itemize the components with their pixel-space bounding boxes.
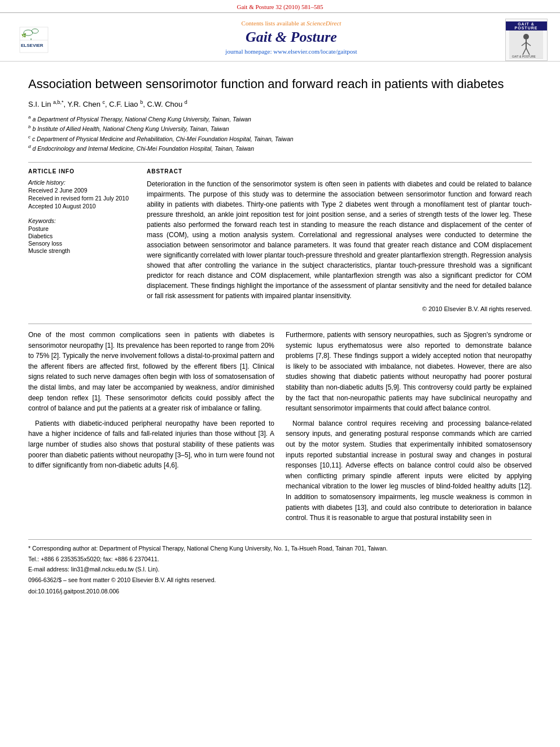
journal-header: 🌿 ELSEVIER Contents lists available at S… — [0, 13, 560, 62]
footnote-email: E-mail address: lin31@mail.ncku.edu.tw (… — [28, 565, 532, 574]
body-left-column: One of the most common complications see… — [28, 330, 274, 528]
sciencedirect-link-text[interactable]: ScienceDirect — [307, 20, 341, 27]
body-columns: One of the most common complications see… — [28, 330, 532, 528]
affiliation-d: d d Endocrinology and Internal Medicine,… — [28, 143, 532, 153]
journal-title-area: Contents lists available at ScienceDirec… — [85, 19, 498, 61]
page: Gait & Posture 32 (2010) 581–585 🌿 ELSEV… — [0, 0, 560, 747]
footnote-issn: 0966-6362/$ – see front matter © 2010 El… — [28, 576, 532, 585]
contents-available-text: Contents lists available at — [242, 20, 305, 27]
citation-bar: Gait & Posture 32 (2010) 581–585 — [0, 0, 560, 13]
gait-logo-top-bar: GAIT & POSTURE — [506, 21, 547, 30]
abstract-section: ABSTRACT Deterioration in the function o… — [147, 168, 532, 312]
svg-text:GAIT & POSTURE: GAIT & POSTURE — [512, 55, 536, 58]
section-divider-1 — [28, 162, 532, 163]
keyword-sensory-loss: Sensory loss — [28, 240, 135, 247]
article-title: Association between sensorimotor functio… — [28, 76, 532, 93]
main-content: Association between sensorimotor functio… — [0, 65, 560, 608]
svg-text:ELSEVIER: ELSEVIER — [21, 43, 43, 48]
abstract-body-text: Deterioration in the function of the sen… — [147, 180, 532, 300]
gait-posture-logo: GAIT & POSTURE GAIT & POSTURE — [506, 21, 547, 59]
accepted-date: Accepted 10 August 2010 — [28, 203, 135, 209]
citation-text: Gait & Posture 32 (2010) 581–585 — [237, 3, 323, 10]
homepage-label: journal homepage: — [225, 48, 272, 55]
svg-point-8 — [523, 34, 529, 40]
affiliation-c: c c Department of Physical Medicine and … — [28, 134, 532, 143]
abstract-title: ABSTRACT — [147, 168, 532, 174]
keywords-label: Keywords: — [28, 217, 135, 224]
body-right-column: Furthermore, patients with sensory neuro… — [286, 330, 532, 528]
received-revised-date: Received in revised form 21 July 2010 — [28, 195, 135, 202]
body-right-para-2: Normal balance control requires receivin… — [286, 418, 532, 523]
homepage-url[interactable]: www.elsevier.com/locate/gaitpost — [273, 48, 357, 55]
abstract-text: Deterioration in the function of the sen… — [147, 179, 532, 301]
elsevier-logo-container: 🌿 ELSEVIER — [11, 19, 85, 61]
keyword-posture: Posture — [28, 225, 135, 232]
body-right-para-1: Furthermore, patients with sensory neuro… — [286, 330, 532, 414]
article-info-title: ARTICLE INFO — [28, 168, 135, 174]
keyword-diabetics: Diabetics — [28, 233, 135, 239]
copyright-line: © 2010 Elsevier B.V. All rights reserved… — [147, 305, 532, 312]
doi-line: doi:10.1016/j.gaitpost.2010.08.006 — [28, 587, 532, 596]
sciencedirect-line: Contents lists available at ScienceDirec… — [242, 20, 342, 27]
gait-logo-image: GAIT & POSTURE — [509, 30, 543, 59]
article-info-panel: ARTICLE INFO Article history: Received 2… — [28, 168, 135, 312]
section-divider-2 — [28, 324, 532, 324]
affiliation-b: b b Institute of Allied Health, National… — [28, 124, 532, 133]
keyword-muscle-strength: Muscle strength — [28, 247, 135, 254]
affiliations: a a Department of Physical Therapy, Nati… — [28, 114, 532, 153]
journal-logo-container: GAIT & POSTURE GAIT & POSTURE — [498, 19, 549, 61]
keywords-section: Keywords: Posture Diabetics Sensory loss… — [28, 217, 135, 254]
footnote-tel: Tel.: +886 6 2353535x5020; fax: +886 6 2… — [28, 555, 532, 564]
elsevier-logo-svg: 🌿 ELSEVIER — [17, 24, 73, 55]
body-left-para-1: One of the most common complications see… — [28, 330, 274, 414]
article-info-abstract-section: ARTICLE INFO Article history: Received 2… — [28, 168, 532, 312]
journal-name: Gait & Posture — [246, 29, 337, 46]
footnote-area: * Corresponding author at: Department of… — [28, 539, 532, 596]
received-date: Received 2 June 2009 — [28, 187, 135, 194]
body-left-para-2: Patients with diabetic-induced periphera… — [28, 418, 274, 471]
journal-homepage-line: journal homepage: www.elsevier.com/locat… — [225, 48, 357, 55]
footnote-star: * Corresponding author at: Department of… — [28, 544, 532, 553]
affiliation-a: a a Department of Physical Therapy, Nati… — [28, 114, 532, 124]
gait-posture-logo-box: GAIT & POSTURE GAIT & POSTURE — [505, 19, 548, 61]
authors-line: S.I. Lin a,b,*, Y.R. Chen c, C.F. Liao b… — [28, 99, 532, 108]
article-history-label: Article history: — [28, 179, 135, 186]
svg-rect-0 — [20, 27, 48, 53]
